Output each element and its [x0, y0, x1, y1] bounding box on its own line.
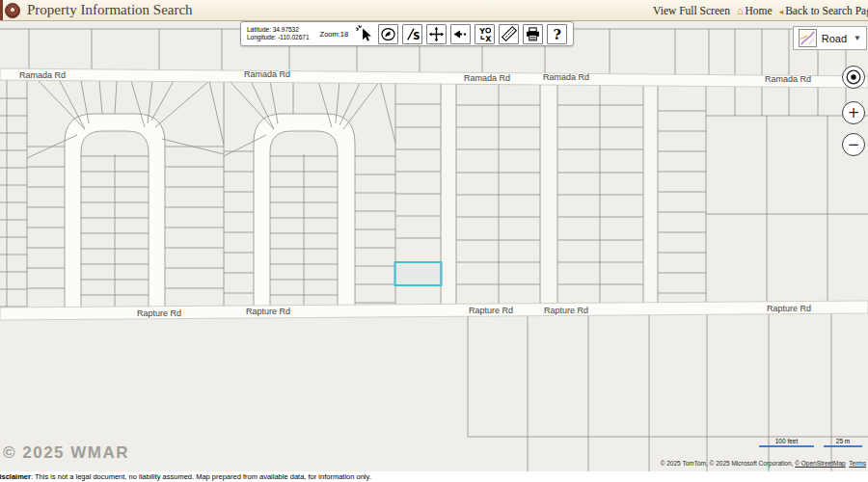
- xy-coordinates-icon: Y X: [476, 26, 493, 42]
- overview-globe-icon: [380, 26, 396, 42]
- back-arrow-icon: ◂: [779, 7, 784, 16]
- svg-text:Y: Y: [478, 27, 485, 36]
- road-label: Ramada Rd: [765, 74, 811, 84]
- back-to-search-link[interactable]: ◂Back to Search Page: [779, 5, 868, 16]
- zoom-level-readout: Zoom:18: [320, 30, 349, 39]
- selected-parcel[interactable]: [395, 262, 442, 285]
- road-label: Rapture Rd: [544, 306, 588, 315]
- cursor-coordinates: Latitude: 34.97532 Longitude: -110.02671: [247, 26, 310, 42]
- minus-icon: −: [848, 138, 860, 152]
- overview-tool-button[interactable]: [378, 24, 398, 44]
- disclaimer-label: Disclaimer: [0, 472, 31, 481]
- header-links: View Full Screen ⌂Home ◂Back to Search P…: [653, 5, 868, 16]
- road-label: Ramada Rd: [244, 69, 290, 79]
- map-viewport[interactable]: Ramada Rd Ramada Rd Ramada Rd Ramada Rd …: [0, 21, 868, 471]
- printer-icon: [525, 26, 541, 42]
- road-label: Rapture Rd: [767, 304, 811, 313]
- locate-target-icon: [844, 67, 863, 87]
- page-title: Property Information Search: [27, 2, 193, 18]
- terms-link[interactable]: Terms: [849, 460, 866, 467]
- scale-bar: 100 feet 25 m: [759, 438, 862, 447]
- road-label: Ramada Rd: [19, 70, 66, 80]
- identify-cursor-icon: [355, 24, 374, 43]
- svg-text:?: ?: [554, 26, 561, 41]
- openstreetmap-link[interactable]: © OpenStreetMap: [795, 460, 845, 467]
- locate-button[interactable]: [842, 66, 865, 89]
- svg-text:S: S: [413, 31, 420, 41]
- map-watermark: © 2025 WMAR: [3, 443, 129, 463]
- scale-bar-meters: 25 m: [824, 438, 862, 447]
- xy-coordinates-button[interactable]: Y X: [475, 24, 495, 44]
- scale-icon: S: [404, 26, 420, 42]
- zoom-out-button[interactable]: −: [842, 133, 865, 156]
- latitude-readout: Latitude: 34.97532: [247, 26, 310, 34]
- print-button[interactable]: [523, 24, 543, 44]
- county-seal-logo: [5, 3, 20, 18]
- road-label: Ramada Rd: [543, 72, 589, 82]
- basemap-thumbnail-icon: [799, 29, 817, 47]
- chevron-down-icon: ▼: [854, 34, 861, 42]
- help-icon: ?: [549, 26, 565, 42]
- road-label: Rapture Rd: [469, 306, 513, 315]
- road-label: Ramada Rd: [464, 73, 510, 83]
- zoom-in-button[interactable]: +: [842, 101, 865, 124]
- view-full-screen-link[interactable]: View Full Screen: [653, 5, 730, 16]
- pan-tool-button[interactable]: [426, 24, 447, 44]
- scale-tool-button[interactable]: S: [402, 24, 422, 44]
- basemap-selected-label: Road: [822, 33, 847, 44]
- home-icon: ⌂: [737, 5, 744, 16]
- back-extent-arrow-icon: [452, 26, 469, 42]
- help-button[interactable]: ?: [547, 24, 567, 44]
- header-edge-strip: [0, 0, 3, 21]
- attribution-text: © 2025 TomTom, © 2025 Microsoft Corporat…: [661, 460, 796, 467]
- ruler-icon: [501, 25, 518, 42]
- disclaimer-bar: Disclaimer: This is not a legal document…: [0, 471, 868, 482]
- plus-icon: +: [848, 106, 860, 120]
- pan-arrows-icon: [428, 26, 445, 42]
- map-toolbar: Latitude: 34.97532 Longitude: -110.02671…: [240, 21, 574, 46]
- basemap-selector[interactable]: Road ▼: [793, 26, 867, 50]
- map-attribution: © 2025 TomTom, © 2025 Microsoft Corporat…: [661, 460, 866, 467]
- scale-bar-feet: 100 feet: [759, 438, 814, 447]
- disclaimer-text: : This is not a legal document, no liabi…: [31, 472, 371, 481]
- identify-tool-button[interactable]: [354, 24, 374, 44]
- parcel-map[interactable]: Ramada Rd Ramada Rd Ramada Rd Ramada Rd …: [0, 21, 868, 471]
- road-label: Rapture Rd: [246, 307, 290, 316]
- app-header: Property Information Search View Full Sc…: [0, 0, 868, 21]
- road-label: Rapture Rd: [137, 308, 181, 318]
- previous-extent-button[interactable]: [450, 24, 471, 44]
- svg-text:X: X: [486, 34, 492, 41]
- longitude-readout: Longitude: -110.02671: [247, 34, 310, 41]
- home-link[interactable]: ⌂Home: [737, 5, 773, 16]
- measure-tool-button[interactable]: [499, 24, 519, 44]
